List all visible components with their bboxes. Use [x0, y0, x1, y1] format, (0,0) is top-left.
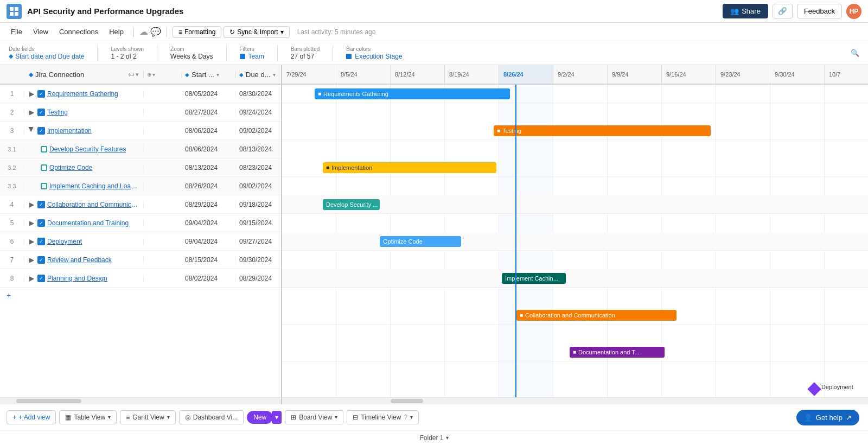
col-tags-dropdown[interactable]: ▾ — [152, 72, 155, 78]
tab-board-view[interactable]: ⊞ Board View ▾ — [285, 410, 343, 424]
left-scrollbar[interactable] — [0, 398, 282, 404]
search-icon[interactable]: 🔍 — [851, 49, 859, 57]
left-panel: 1 ▶ Requirements Gathering 08/05/2024 08… — [0, 85, 282, 397]
row-checkbox[interactable] — [37, 109, 45, 116]
row-checkbox[interactable] — [37, 256, 45, 264]
expand-btn[interactable]: ▶ — [28, 90, 35, 98]
row-link[interactable]: Requirements Gathering — [47, 90, 118, 98]
row-checkbox[interactable] — [37, 127, 45, 135]
row-link[interactable]: Testing — [47, 109, 68, 116]
gantt-bar-optimize-code[interactable]: Optimize Code — [380, 236, 461, 247]
row-link[interactable]: Implementation — [47, 127, 92, 135]
col-due-sort[interactable]: ▾ — [273, 72, 276, 78]
table-row: 6 ▶ Deployment 09/04/2024 09/27/2024 — [0, 232, 281, 251]
milestone-diamond[interactable] — [807, 382, 821, 396]
row-checkbox[interactable] — [37, 275, 45, 282]
menu-view[interactable]: View — [29, 26, 53, 37]
col-start-header[interactable]: ◆ Start ... ▾ — [182, 71, 236, 79]
feedback-button[interactable]: Feedback — [797, 4, 842, 18]
row-name-cell: Develop Security Features — [24, 145, 144, 153]
row-link[interactable]: Deployment — [47, 238, 82, 245]
row-checkbox[interactable] — [37, 90, 45, 98]
row-num: 3 — [0, 127, 24, 135]
date-col-6: 9/9/24 — [608, 65, 662, 84]
sync-button[interactable]: ↻ Sync & Import ▾ — [224, 26, 289, 38]
folder-dropdown[interactable]: ▾ — [446, 435, 449, 441]
formatting-button[interactable]: ≡ Formatting — [173, 26, 221, 38]
board-view-dropdown[interactable]: ▾ — [335, 414, 337, 420]
tag-filter-icon[interactable]: 🏷 ▾ — [128, 71, 139, 78]
date-fields-label: Date fields — [9, 46, 84, 52]
new-tab-button[interactable]: New — [247, 411, 273, 424]
expand-btn[interactable]: ▶ — [28, 238, 35, 245]
right-scrollbar[interactable] — [282, 398, 868, 404]
row-link[interactable]: Develop Security Features — [49, 145, 126, 153]
filter-zoom[interactable]: Zoom Weeks & Days — [170, 46, 213, 60]
menu-help[interactable]: Help — [105, 26, 128, 37]
expand-btn[interactable]: ▶ — [28, 127, 35, 135]
row-checkbox[interactable] — [41, 183, 47, 189]
expand-btn[interactable]: ▶ — [28, 109, 35, 116]
dashboard-icon: ◎ — [185, 414, 190, 421]
link-button[interactable]: 🔗 — [773, 4, 793, 18]
timeline-view-dropdown[interactable]: ▾ — [410, 414, 413, 420]
gantt-bar-docs[interactable]: ■ Documentation and T... — [570, 347, 665, 358]
due-icon: ◆ — [239, 72, 244, 78]
timeline-help-icon[interactable]: ? — [404, 414, 407, 421]
get-help-button[interactable]: 👤 Get help ↗ — [796, 410, 859, 425]
filter-date-fields[interactable]: Date fields ◆ Start date and Due date — [9, 46, 84, 60]
tab-gantt-view[interactable]: ≡ Gantt View ▾ — [120, 410, 176, 424]
row-checkbox[interactable] — [37, 238, 45, 245]
row-due: 09/27/2024 — [236, 238, 281, 245]
expand-btn[interactable]: ▶ — [28, 256, 35, 264]
menu-connections[interactable]: Connections — [55, 26, 103, 37]
left-col-headers: ◆ Jira Connection 🏷 ▾ ⊕ ▾ ◆ Start ... ▾ … — [0, 65, 282, 84]
col-name-header[interactable]: ◆ Jira Connection 🏷 ▾ — [24, 71, 144, 79]
filter-filters[interactable]: Filters Team — [240, 46, 264, 60]
tab-table-view[interactable]: ▦ Table View ▾ — [59, 410, 117, 424]
filter-bar-colors[interactable]: Bar colors Execution Stage — [346, 46, 402, 60]
row-link[interactable]: Review and Feedback — [47, 256, 112, 264]
add-view-button[interactable]: + + Add view — [7, 410, 56, 424]
menubar: File View Connections Help ☁ 💬 ≡ Formatt… — [0, 23, 868, 41]
expand-btn[interactable]: ▶ — [28, 275, 35, 282]
gantt-view-dropdown[interactable]: ▾ — [167, 414, 170, 420]
share-button[interactable]: 👥 Share — [723, 4, 768, 18]
row-link[interactable]: Planning and Design — [47, 275, 107, 282]
timeline-date-headers: 7/29/24 8/5/24 8/12/24 8/19/24 8/26/24 9… — [282, 65, 868, 84]
right-scrollbar-thumb[interactable] — [391, 399, 423, 403]
row-link[interactable]: Collaboration and Communication — [47, 201, 140, 208]
row-link[interactable]: Documentation and Training — [47, 219, 129, 227]
filter-sep-1 — [97, 45, 98, 61]
row-checkbox[interactable] — [37, 219, 45, 227]
new-tab-dropdown[interactable]: ▾ — [272, 411, 282, 424]
left-scrollbar-thumb[interactable] — [16, 399, 81, 403]
expand-btn[interactable]: ▶ — [28, 219, 35, 227]
row-link[interactable]: Optimize Code — [49, 164, 92, 171]
row-checkbox[interactable] — [37, 201, 45, 208]
gantt-bar-caching[interactable]: Implement Cachin... — [502, 273, 566, 284]
row-due: 08/13/2024 — [236, 145, 281, 153]
row-checkbox[interactable] — [41, 146, 47, 152]
row-due: 09/02/2024 — [236, 127, 281, 135]
table-view-dropdown[interactable]: ▾ — [108, 414, 111, 420]
gantt-bar-develop-security[interactable]: Develop Security ... — [323, 199, 380, 210]
tab-timeline-view[interactable]: ⊟ Timeline View ? ▾ — [347, 410, 419, 424]
col-tags-header: ⊕ ▾ — [144, 72, 182, 78]
col-start-sort[interactable]: ▾ — [216, 72, 219, 78]
filter-sep-5 — [333, 45, 333, 61]
menu-file[interactable]: File — [7, 26, 27, 37]
tab-dashboard-view[interactable]: ◎ Dashboard Vi... — [179, 410, 244, 424]
row-link[interactable]: Implement Caching and Load B... — [49, 182, 140, 190]
filters-value: Team — [240, 53, 264, 60]
add-row-button[interactable]: + — [0, 288, 281, 303]
gantt-bar-implementation[interactable]: ■ Implementation — [323, 162, 496, 173]
gantt-bar-collaboration[interactable]: ■ Collaboration and Communication — [516, 310, 676, 321]
help-icon: 👤 — [804, 414, 813, 422]
expand-btn[interactable]: ▶ — [28, 201, 35, 208]
row-checkbox[interactable] — [41, 164, 47, 171]
filter-levels[interactable]: Levels shown 1 - 2 of 2 — [111, 46, 144, 60]
gantt-bar-requirements[interactable]: ■ Requirements Gathering — [315, 88, 510, 99]
gantt-bar-testing[interactable]: ■ Testing — [494, 125, 711, 136]
filter-bars[interactable]: Bars plotted 27 of 57 — [291, 46, 320, 60]
